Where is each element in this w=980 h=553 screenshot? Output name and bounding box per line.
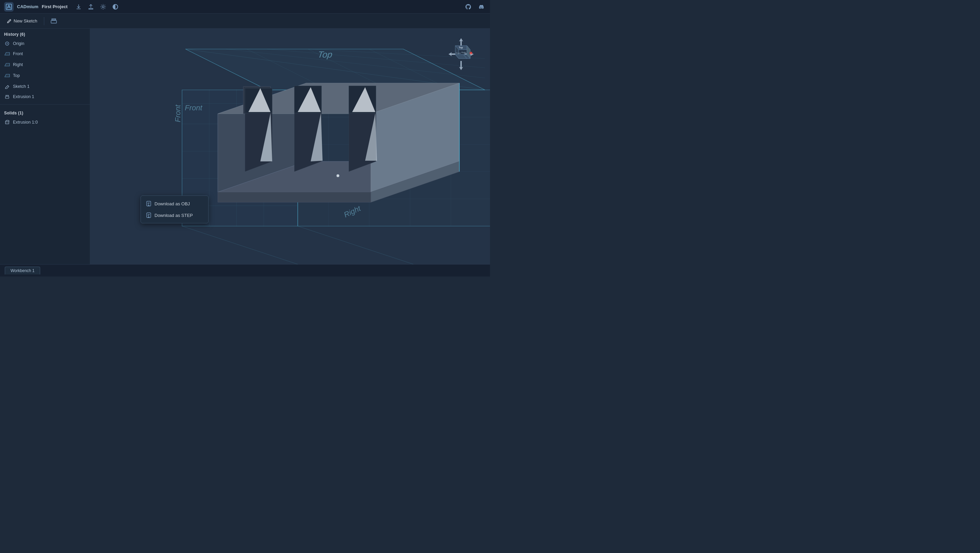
svg-point-6	[80, 52, 83, 55]
sidebar-divider	[0, 104, 90, 105]
main-layout: History (6) Origin Front	[0, 29, 490, 264]
sidebar: History (6) Origin Front	[0, 29, 90, 264]
origin-label: Origin	[13, 41, 86, 46]
topbar-right	[463, 2, 486, 11]
history-title: History (6)	[0, 29, 90, 39]
download-obj-label: Download as OBJ	[154, 201, 190, 206]
svg-text:Top: Top	[459, 46, 463, 49]
download-obj-icon	[146, 201, 152, 207]
topbar-actions	[74, 2, 120, 11]
app-name: CADmium	[17, 4, 38, 9]
statusbar: Workbench 1	[0, 264, 490, 276]
svg-text:Front: Front	[456, 52, 461, 54]
svg-text:Top: Top	[317, 49, 333, 60]
sidebar-item-origin[interactable]: Origin	[0, 39, 90, 48]
svg-point-8	[80, 74, 83, 76]
sidebar-item-extrusion1-0[interactable]: Extrusion 1:0	[0, 118, 90, 127]
sidebar-item-extrusion1[interactable]: Extrusion 1	[0, 92, 90, 102]
context-menu: Download as OBJ Download as STEP	[140, 196, 208, 223]
viewport[interactable]: Top Front Front	[90, 29, 490, 264]
svg-text:Front: Front	[173, 105, 182, 122]
toolbar: New Sketch	[0, 14, 490, 29]
extrusion1-0-label: Extrusion 1:0	[13, 120, 86, 124]
svg-text:Right: Right	[461, 51, 466, 53]
top-label: Top	[13, 73, 76, 78]
settings-icon[interactable]	[98, 2, 108, 11]
svg-text:Front: Front	[185, 104, 202, 112]
solid-icon	[4, 119, 10, 125]
svg-rect-2	[51, 21, 56, 23]
front-label: Front	[13, 51, 76, 56]
svg-point-5	[7, 43, 8, 44]
app-logo[interactable]	[4, 2, 14, 11]
download-step-icon	[146, 212, 152, 218]
svg-rect-10	[5, 96, 9, 99]
solids-title: Solids (1)	[0, 107, 90, 118]
github-icon[interactable]	[463, 2, 473, 11]
svg-rect-11	[5, 121, 9, 124]
project-name: First Project	[42, 4, 68, 9]
front-plane-icon	[4, 51, 10, 57]
discord-icon[interactable]	[476, 2, 486, 11]
right-label: Right	[13, 62, 76, 67]
topbar: CADmium First Project	[0, 0, 490, 14]
sketch-icon	[4, 83, 10, 89]
sidebar-item-front[interactable]: Front	[0, 48, 90, 59]
svg-point-1	[102, 6, 104, 8]
svg-marker-66	[218, 192, 371, 202]
download-step-label: Download as STEP	[154, 213, 193, 218]
origin-icon	[4, 40, 10, 47]
sidebar-item-right[interactable]: Right	[0, 59, 90, 70]
workbench-icon[interactable]	[48, 16, 59, 27]
right-plane-icon	[4, 62, 10, 68]
download-icon[interactable]	[74, 2, 83, 11]
download-obj-button[interactable]: Download as OBJ	[141, 198, 208, 209]
extrusion-icon	[4, 94, 10, 100]
new-sketch-button[interactable]: New Sketch	[4, 17, 40, 25]
svg-point-68	[337, 174, 339, 177]
share-icon[interactable]	[86, 2, 95, 11]
toolbar-separator	[44, 17, 44, 25]
orientation-cube[interactable]: Top Front Right x	[446, 35, 476, 66]
sidebar-item-top[interactable]: Top	[0, 70, 90, 81]
sidebar-item-sketch1[interactable]: Sketch 1	[0, 81, 90, 92]
extrusion1-label: Extrusion 1	[13, 94, 86, 99]
download-step-button[interactable]: Download as STEP	[141, 209, 208, 221]
svg-rect-3	[52, 19, 56, 20]
sketch1-label: Sketch 1	[13, 84, 76, 89]
svg-point-7	[80, 63, 83, 66]
workbench-tab[interactable]: Workbench 1	[5, 267, 40, 274]
3d-scene: Top Front Front	[90, 29, 490, 264]
darkmode-icon[interactable]	[111, 2, 120, 11]
top-plane-icon	[4, 73, 10, 79]
new-sketch-label: New Sketch	[14, 18, 37, 24]
